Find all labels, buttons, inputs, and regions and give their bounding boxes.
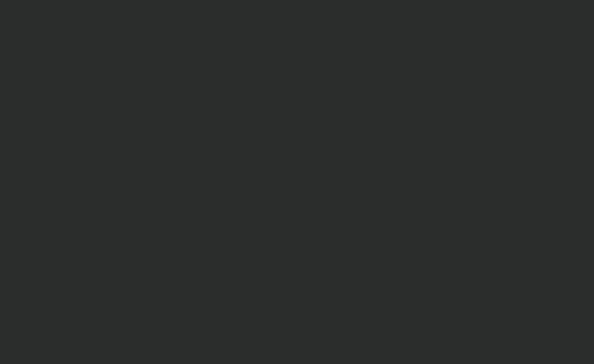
function-key-bar <box>0 355 594 362</box>
htop-terminal <box>0 0 594 364</box>
